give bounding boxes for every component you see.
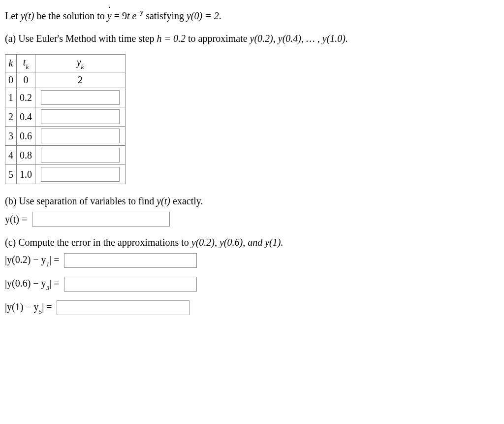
table-row: 0 0 2 — [5, 72, 126, 88]
table-row: 5 1.0 — [5, 165, 126, 184]
part-a-h: h = 0.2 — [157, 33, 186, 44]
error-lhs-3: y(1) − y5 = — [5, 301, 52, 315]
cell-tk: 0.8 — [17, 146, 35, 165]
intro-text-mid1: be the solution to — [36, 10, 107, 21]
error-row-3: y(1) − y5 = — [5, 300, 499, 315]
col-tk: tk — [17, 55, 35, 72]
cell-k: 3 — [5, 127, 17, 146]
error-lhs-2-text: y(0.6) − y — [7, 278, 46, 289]
table-row: 3 0.6 — [5, 127, 126, 146]
part-c-label: (c) Compute the error in the approximati… — [5, 237, 191, 248]
cell-k: 5 — [5, 165, 17, 184]
ode-exponent: −y — [136, 8, 143, 16]
error-input-2[interactable] — [64, 277, 197, 292]
error-lhs-1: y(0.2) − y1 = — [5, 254, 59, 267]
ode: y = 9t e−y — [107, 10, 146, 21]
table-row: 4 0.8 — [5, 146, 126, 165]
error-eq-2: = — [51, 278, 59, 289]
cell-k: 2 — [5, 107, 17, 127]
part-b-yt: y(t) — [157, 196, 170, 206]
error-lhs-3-sub: 5 — [39, 308, 42, 315]
intro-yt: y(t) — [21, 10, 34, 21]
part-a-prompt: (a) Use Euler's Method with time step h … — [5, 32, 499, 45]
part-b-post: exactly. — [173, 196, 203, 206]
yk-input-4[interactable] — [41, 148, 120, 163]
error-lhs-1-text: y(0.2) − y — [7, 254, 46, 265]
euler-table: k tk yk 0 0 2 1 0.2 2 0.4 3 0.6 4 0.8 5 … — [5, 54, 126, 184]
yt-exact-input[interactable] — [32, 212, 170, 227]
intro-text-mid2: satisfying — [146, 10, 187, 21]
cell-tk: 0.4 — [17, 107, 35, 127]
part-a-label: (a) Use Euler's Method with time step — [5, 33, 157, 44]
yk-input-3[interactable] — [41, 129, 120, 143]
col-tk-sub: k — [26, 63, 29, 70]
cell-tk: 0 — [17, 72, 35, 88]
intro-end: . — [219, 10, 221, 21]
intro-text: Let — [5, 10, 21, 21]
error-lhs-2: y(0.6) − y3 = — [5, 278, 59, 291]
error-lhs-1-sub: 1 — [46, 261, 50, 268]
cell-tk: 0.2 — [17, 88, 35, 107]
error-row-2: y(0.6) − y3 = — [5, 277, 499, 292]
part-b-label: (b) Use separation of variables to find — [5, 196, 157, 206]
part-c-targets: y(0.2), y(0.6), and y(1). — [191, 237, 284, 248]
error-lhs-3-text: y(1) − y — [7, 301, 39, 312]
yk-input-5[interactable] — [41, 167, 120, 182]
error-input-3[interactable] — [57, 300, 189, 315]
cell-yk-static: 2 — [35, 72, 126, 88]
table-row: 1 0.2 — [5, 88, 126, 107]
part-a-targets: y(0.2), y(0.4), … , y(1.0). — [250, 33, 348, 44]
initial-condition: y(0) = 2 — [187, 10, 219, 21]
part-b-prompt: (b) Use separation of variables to find … — [5, 194, 499, 208]
error-eq-1: = — [51, 254, 59, 265]
error-input-1[interactable] — [64, 253, 197, 268]
col-yk-sub: k — [81, 63, 84, 70]
cell-k: 0 — [5, 72, 17, 88]
part-c-prompt: (c) Compute the error in the approximati… — [5, 235, 499, 249]
cell-tk: 0.6 — [17, 127, 35, 146]
problem-intro: Let y(t) be the solution to y = 9t e−y s… — [5, 9, 499, 23]
yk-input-1[interactable] — [41, 90, 120, 105]
error-eq-3: = — [44, 301, 52, 312]
cell-k: 1 — [5, 88, 17, 107]
cell-k: 4 — [5, 146, 17, 165]
col-k: k — [5, 55, 17, 72]
yk-input-2[interactable] — [41, 109, 120, 124]
col-yk-sym: y — [77, 57, 81, 67]
cell-tk: 1.0 — [17, 165, 35, 184]
part-b-lhs: y(t) = — [5, 214, 27, 225]
error-lhs-2-sub: 3 — [46, 284, 50, 292]
error-row-1: y(0.2) − y1 = — [5, 253, 499, 268]
table-row: 2 0.4 — [5, 107, 126, 127]
part-b-answer-row: y(t) = — [5, 212, 499, 227]
col-yk: yk — [35, 55, 126, 72]
part-a-mid: to approximate — [188, 33, 250, 44]
